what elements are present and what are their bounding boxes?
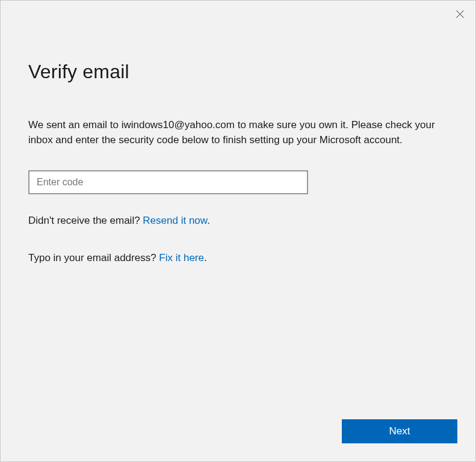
resend-suffix-text: . (207, 215, 210, 226)
dialog-footer: Next (342, 419, 457, 443)
fixit-suffix-text: . (204, 252, 207, 263)
fixit-help-line: Typo in your email address? Fix it here. (28, 252, 448, 264)
verify-email-dialog: Verify email We sent an email to iwindow… (1, 1, 475, 461)
resend-help-line: Didn't receive the email? Resend it now. (28, 215, 448, 227)
fixit-link[interactable]: Fix it here (159, 252, 204, 263)
dialog-content: Verify email We sent an email to iwindow… (1, 1, 475, 264)
code-input[interactable] (28, 170, 308, 194)
next-button[interactable]: Next (342, 419, 457, 443)
description-text: We sent an email to iwindows10@yahoo.com… (28, 118, 437, 147)
resend-prefix-text: Didn't receive the email? (28, 215, 143, 226)
page-title: Verify email (28, 61, 448, 83)
resend-link[interactable]: Resend it now (143, 215, 207, 226)
close-button[interactable] (454, 8, 466, 20)
fixit-prefix-text: Typo in your email address? (28, 252, 159, 263)
close-icon (456, 10, 464, 18)
